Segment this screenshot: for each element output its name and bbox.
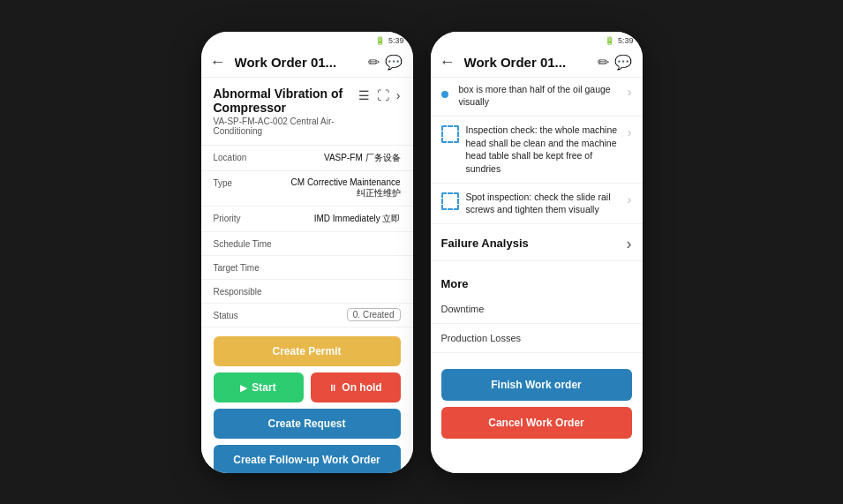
right-time: 5:39 — [618, 36, 634, 45]
status-badge: 0. Created — [347, 308, 401, 321]
production-losses-item[interactable]: Production Losses — [431, 324, 643, 353]
work-order-info: Abnormal Vibration of Compressor VA-SP-F… — [201, 78, 413, 146]
field-responsible: Responsible — [201, 280, 413, 304]
left-content: Abnormal Vibration of Compressor VA-SP-F… — [201, 78, 413, 473]
wo-list-icon[interactable]: ☰ — [358, 88, 370, 102]
right-header: ← Work Order 01... ✏ 💬 — [431, 48, 643, 78]
left-time: 5:39 — [388, 36, 404, 45]
failure-analysis-chevron: › — [627, 235, 632, 253]
wo-subtitle: VA-SP-FM-AC-002 Central Air-Conditioning — [214, 117, 358, 136]
left-actions: Create Permit Start On hold Create Reque… — [201, 327, 413, 473]
inspection-checkbox-2 — [441, 192, 459, 210]
on-hold-button[interactable]: On hold — [311, 372, 401, 402]
more-title: More — [441, 277, 469, 290]
left-header: ← Work Order 01... ✏ 💬 — [201, 48, 413, 78]
field-type: Type CM Corrective Maintenance 纠正性维护 — [201, 171, 413, 207]
field-location: Location VASP-FM 厂务设备 — [201, 146, 413, 171]
inspection-item-2[interactable]: Spot inspection: check the slide rail sc… — [431, 184, 643, 224]
top-inspection-item[interactable]: box is more than half of the oil gauge v… — [431, 78, 643, 117]
field-priority: Priority IMD Immediately 立即 — [201, 207, 413, 232]
right-actions: Finish Work order Cancel Work Order — [431, 360, 643, 448]
right-edit-icon[interactable]: ✏ — [598, 54, 609, 71]
left-edit-icon[interactable]: ✏ — [368, 54, 380, 71]
downtime-item[interactable]: Downtime — [431, 295, 643, 324]
inspection-chevron-1: › — [628, 125, 632, 139]
left-battery: 🔋 — [375, 36, 385, 45]
right-battery: 🔋 — [605, 36, 614, 45]
finish-work-order-button[interactable]: Finish Work order — [441, 369, 632, 401]
start-hold-row: Start On hold — [214, 372, 401, 402]
right-content: box is more than half of the oil gauge v… — [431, 78, 643, 473]
right-message-icon[interactable]: 💬 — [614, 54, 632, 71]
wo-icons-row: ☰ ⛶ › — [358, 88, 401, 102]
start-button[interactable]: Start — [214, 372, 304, 402]
inspection-chevron-2: › — [628, 192, 632, 207]
left-header-title: Work Order 01... — [235, 55, 363, 70]
right-header-title: Work Order 01... — [464, 55, 592, 70]
failure-analysis-title: Failure Analysis — [441, 237, 529, 250]
inspection-checkbox-1 — [441, 125, 459, 143]
field-target-time: Target Time — [201, 256, 413, 280]
wo-chevron-icon[interactable]: › — [396, 88, 401, 102]
create-request-button[interactable]: Create Request — [214, 409, 401, 439]
inspection-item-1[interactable]: Inspection check: the whole machine head… — [431, 117, 643, 184]
cancel-work-order-button[interactable]: Cancel Work Order — [441, 407, 632, 439]
right-back-button[interactable]: ← — [440, 53, 455, 71]
top-item-chevron: › — [628, 85, 632, 99]
create-permit-button[interactable]: Create Permit — [214, 336, 401, 366]
wo-title: Abnormal Vibration of Compressor — [214, 87, 358, 115]
more-section: More Downtime Production Losses — [431, 261, 643, 360]
play-icon — [240, 381, 247, 394]
right-phone: 🔋 5:39 ← Work Order 01... ✏ 💬 box is mor… — [431, 32, 643, 473]
failure-analysis-section[interactable]: Failure Analysis › — [431, 224, 643, 261]
field-status: Status 0. Created — [201, 304, 413, 327]
left-back-button[interactable]: ← — [210, 53, 226, 71]
blue-dot-icon — [441, 91, 448, 98]
left-message-icon[interactable]: 💬 — [385, 54, 403, 71]
left-phone: 🔋 5:39 ← Work Order 01... ✏ 💬 Abnormal V… — [201, 32, 413, 473]
pause-icon — [328, 381, 337, 394]
create-followup-button[interactable]: Create Follow-up Work Order — [214, 445, 401, 473]
left-status-bar: 🔋 5:39 — [201, 32, 413, 48]
right-status-bar: 🔋 5:39 — [431, 32, 643, 48]
field-schedule-time: Schedule Time — [201, 232, 413, 256]
wo-expand-icon[interactable]: ⛶ — [377, 88, 389, 102]
